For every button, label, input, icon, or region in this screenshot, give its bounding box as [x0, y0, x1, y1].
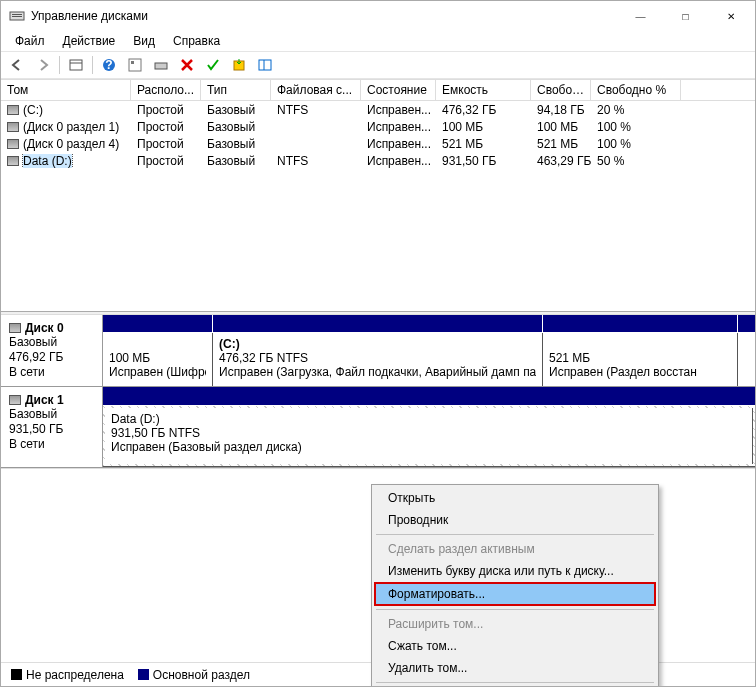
context-menu: Открыть Проводник Сделать раздел активны…	[371, 484, 659, 687]
help-button[interactable]: ?	[97, 54, 121, 76]
view-button[interactable]	[64, 54, 88, 76]
minimize-button[interactable]: —	[618, 2, 663, 30]
svg-rect-11	[259, 60, 271, 70]
disk-row-1: Диск 1 Базовый 931,50 ГБ В сети Data (D:…	[1, 387, 755, 468]
check-button[interactable]	[201, 54, 225, 76]
app-icon	[9, 8, 25, 24]
menu-action[interactable]: Действие	[55, 32, 124, 50]
menu-help[interactable]: Справка	[165, 32, 228, 50]
cm-shrink[interactable]: Сжать том...	[374, 635, 656, 657]
toolbar-button-10[interactable]	[253, 54, 277, 76]
col-freepct[interactable]: Свободно %	[591, 80, 681, 100]
col-fs[interactable]: Файловая с...	[271, 80, 361, 100]
cm-open[interactable]: Открыть	[374, 487, 656, 509]
toolbar-button-5[interactable]	[123, 54, 147, 76]
toolbar-button-9[interactable]	[227, 54, 251, 76]
delete-button[interactable]	[175, 54, 199, 76]
svg-rect-1	[12, 14, 22, 15]
drive-icon	[7, 122, 19, 132]
cm-change-letter[interactable]: Изменить букву диска или путь к диску...	[374, 560, 656, 582]
drive-icon	[7, 139, 19, 149]
disk-icon	[9, 395, 21, 405]
back-button[interactable]	[5, 54, 29, 76]
col-layout[interactable]: Располо...	[131, 80, 201, 100]
legend-swatch-unallocated	[11, 669, 22, 680]
svg-rect-7	[129, 59, 141, 71]
svg-rect-2	[12, 16, 22, 17]
svg-rect-9	[155, 63, 167, 69]
disk-row-0: Диск 0 Базовый 476,92 ГБ В сети 100 МБИс…	[1, 315, 755, 387]
svg-text:?: ?	[105, 58, 112, 72]
forward-button[interactable]	[31, 54, 55, 76]
col-capacity[interactable]: Емкость	[436, 80, 531, 100]
volume-row[interactable]: (Диск 0 раздел 4)ПростойБазовыйИсправен.…	[1, 135, 755, 152]
volumes-list[interactable]: (C:)ПростойБазовыйNTFSИсправен...476,32 …	[1, 101, 755, 311]
volume-row[interactable]: (Диск 0 раздел 1)ПростойБазовыйИсправен.…	[1, 118, 755, 135]
drive-icon	[7, 105, 19, 115]
col-state[interactable]: Состояние	[361, 80, 436, 100]
cm-make-active: Сделать раздел активным	[374, 538, 656, 560]
cm-explorer[interactable]: Проводник	[374, 509, 656, 531]
disk-icon	[9, 323, 21, 333]
window-title: Управление дисками	[31, 9, 618, 23]
volumes-header: Том Располо... Тип Файловая с... Состоян…	[1, 79, 755, 101]
drive-icon	[7, 156, 19, 166]
close-button[interactable]: ✕	[708, 2, 753, 30]
cm-delete[interactable]: Удалить том...	[374, 657, 656, 679]
partition-data-d[interactable]: Data (D:) 931,50 ГБ NTFS Исправен (Базов…	[105, 408, 753, 464]
maximize-button[interactable]: □	[663, 2, 708, 30]
disk-graphical-view: Диск 0 Базовый 476,92 ГБ В сети 100 МБИс…	[1, 315, 755, 469]
col-free[interactable]: Свобод...	[531, 80, 591, 100]
disk-label-0[interactable]: Диск 0 Базовый 476,92 ГБ В сети	[1, 315, 103, 386]
col-volume[interactable]: Том	[1, 80, 131, 100]
toolbar: ?	[1, 51, 755, 79]
titlebar: Управление дисками — □ ✕	[1, 1, 755, 31]
cm-extend: Расширить том...	[374, 613, 656, 635]
cm-format[interactable]: Форматировать...	[374, 582, 656, 606]
menubar: Файл Действие Вид Справка	[1, 31, 755, 51]
col-type[interactable]: Тип	[201, 80, 271, 100]
partition[interactable]: 100 МБИсправен (Шифро	[103, 333, 213, 386]
menu-view[interactable]: Вид	[125, 32, 163, 50]
partition[interactable]: (C:)476,32 ГБ NTFSИсправен (Загрузка, Фа…	[213, 333, 543, 386]
menu-file[interactable]: Файл	[7, 32, 53, 50]
svg-rect-3	[70, 60, 82, 70]
svg-rect-8	[131, 61, 134, 64]
legend-swatch-primary	[138, 669, 149, 680]
toolbar-button-6[interactable]	[149, 54, 173, 76]
volume-row[interactable]: Data (D:)ПростойБазовыйNTFSИсправен...93…	[1, 152, 755, 169]
disk-label-1[interactable]: Диск 1 Базовый 931,50 ГБ В сети	[1, 387, 103, 467]
volume-row[interactable]: (C:)ПростойБазовыйNTFSИсправен...476,32 …	[1, 101, 755, 118]
partition[interactable]: 521 МБИсправен (Раздел восстан	[543, 333, 738, 386]
